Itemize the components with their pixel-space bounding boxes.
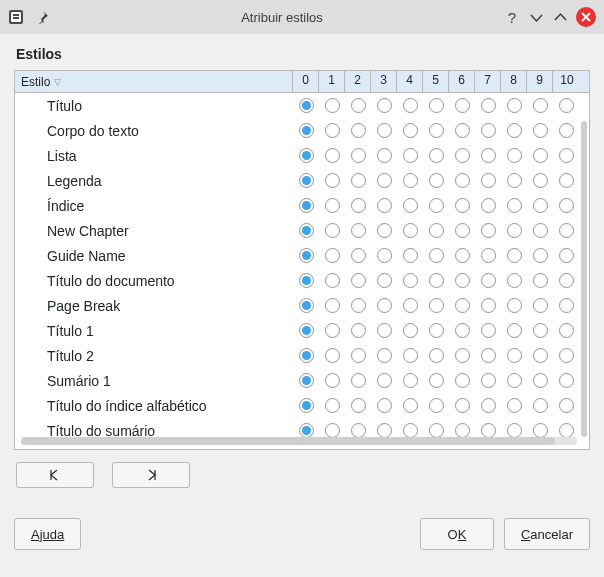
- style-name-label[interactable]: Corpo do texto: [15, 123, 293, 139]
- header-style-column[interactable]: Estilo ▽: [15, 71, 293, 92]
- level-radio[interactable]: [533, 148, 548, 163]
- level-radio[interactable]: [559, 348, 574, 363]
- level-radio[interactable]: [429, 198, 444, 213]
- level-radio[interactable]: [299, 423, 314, 438]
- style-name-label[interactable]: Título do documento: [15, 273, 293, 289]
- maximize-icon[interactable]: [552, 9, 568, 25]
- header-level-4[interactable]: 4: [397, 71, 423, 92]
- level-radio[interactable]: [429, 423, 444, 438]
- level-radio[interactable]: [533, 248, 548, 263]
- level-radio[interactable]: [299, 148, 314, 163]
- level-radio[interactable]: [481, 198, 496, 213]
- level-radio[interactable]: [299, 373, 314, 388]
- level-radio[interactable]: [455, 123, 470, 138]
- header-level-3[interactable]: 3: [371, 71, 397, 92]
- level-radio[interactable]: [351, 348, 366, 363]
- style-name-label[interactable]: Page Break: [15, 298, 293, 314]
- level-radio[interactable]: [533, 123, 548, 138]
- level-radio[interactable]: [481, 298, 496, 313]
- level-radio[interactable]: [403, 423, 418, 438]
- level-radio[interactable]: [429, 398, 444, 413]
- help-button[interactable]: Ajuda: [14, 518, 81, 550]
- level-radio[interactable]: [533, 223, 548, 238]
- level-radio[interactable]: [377, 348, 392, 363]
- level-radio[interactable]: [429, 148, 444, 163]
- level-radio[interactable]: [377, 123, 392, 138]
- level-radio[interactable]: [351, 373, 366, 388]
- level-radio[interactable]: [455, 98, 470, 113]
- level-radio[interactable]: [351, 323, 366, 338]
- level-radio[interactable]: [533, 298, 548, 313]
- level-radio[interactable]: [299, 323, 314, 338]
- level-radio[interactable]: [481, 398, 496, 413]
- level-radio[interactable]: [455, 298, 470, 313]
- cancel-button[interactable]: Cancelar: [504, 518, 590, 550]
- level-radio[interactable]: [377, 173, 392, 188]
- level-radio[interactable]: [455, 423, 470, 438]
- level-radio[interactable]: [325, 298, 340, 313]
- style-name-label[interactable]: Índice: [15, 198, 293, 214]
- level-radio[interactable]: [507, 98, 522, 113]
- level-radio[interactable]: [455, 348, 470, 363]
- level-radio[interactable]: [325, 423, 340, 438]
- level-radio[interactable]: [377, 398, 392, 413]
- level-radio[interactable]: [403, 173, 418, 188]
- level-radio[interactable]: [481, 323, 496, 338]
- level-radio[interactable]: [325, 173, 340, 188]
- level-radio[interactable]: [533, 423, 548, 438]
- level-radio[interactable]: [455, 148, 470, 163]
- level-radio[interactable]: [559, 248, 574, 263]
- level-radio[interactable]: [377, 423, 392, 438]
- level-radio[interactable]: [351, 248, 366, 263]
- pin-icon[interactable]: [34, 9, 50, 25]
- level-radio[interactable]: [507, 373, 522, 388]
- level-radio[interactable]: [377, 148, 392, 163]
- level-radio[interactable]: [429, 373, 444, 388]
- level-radio[interactable]: [455, 223, 470, 238]
- level-radio[interactable]: [403, 223, 418, 238]
- level-radio[interactable]: [507, 298, 522, 313]
- style-name-label[interactable]: Guide Name: [15, 248, 293, 264]
- level-radio[interactable]: [559, 423, 574, 438]
- level-radio[interactable]: [507, 148, 522, 163]
- level-radio[interactable]: [507, 323, 522, 338]
- level-radio[interactable]: [481, 248, 496, 263]
- level-radio[interactable]: [533, 173, 548, 188]
- level-radio[interactable]: [299, 98, 314, 113]
- close-button[interactable]: [576, 7, 596, 27]
- level-radio[interactable]: [377, 248, 392, 263]
- level-radio[interactable]: [429, 348, 444, 363]
- level-radio[interactable]: [351, 123, 366, 138]
- level-radio[interactable]: [325, 248, 340, 263]
- header-level-6[interactable]: 6: [449, 71, 475, 92]
- level-radio[interactable]: [507, 398, 522, 413]
- level-radio[interactable]: [377, 273, 392, 288]
- level-radio[interactable]: [351, 298, 366, 313]
- level-radio[interactable]: [507, 123, 522, 138]
- level-radio[interactable]: [455, 173, 470, 188]
- level-radio[interactable]: [559, 173, 574, 188]
- level-radio[interactable]: [299, 298, 314, 313]
- scrollbar-horizontal-track[interactable]: [21, 437, 577, 445]
- level-radio[interactable]: [533, 323, 548, 338]
- header-level-1[interactable]: 1: [319, 71, 345, 92]
- level-radio[interactable]: [377, 323, 392, 338]
- level-radio[interactable]: [429, 173, 444, 188]
- level-radio[interactable]: [429, 323, 444, 338]
- level-radio[interactable]: [403, 123, 418, 138]
- level-radio[interactable]: [403, 98, 418, 113]
- level-radio[interactable]: [325, 123, 340, 138]
- style-name-label[interactable]: Sumário 1: [15, 373, 293, 389]
- style-name-label[interactable]: Título: [15, 98, 293, 114]
- level-radio[interactable]: [325, 148, 340, 163]
- header-level-9[interactable]: 9: [527, 71, 553, 92]
- level-radio[interactable]: [559, 398, 574, 413]
- level-radio[interactable]: [351, 398, 366, 413]
- scrollbar-horizontal-thumb[interactable]: [21, 437, 555, 445]
- level-radio[interactable]: [377, 98, 392, 113]
- header-level-0[interactable]: 0: [293, 71, 319, 92]
- header-level-7[interactable]: 7: [475, 71, 501, 92]
- header-level-10[interactable]: 10: [553, 71, 581, 92]
- level-radio[interactable]: [351, 173, 366, 188]
- level-radio[interactable]: [403, 248, 418, 263]
